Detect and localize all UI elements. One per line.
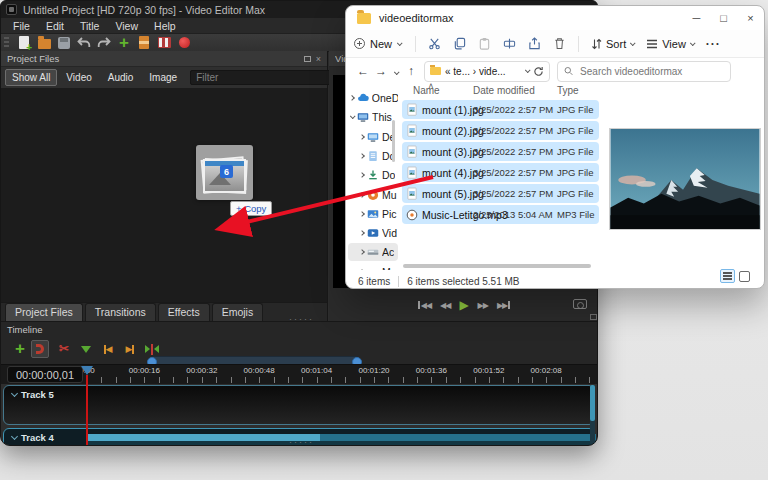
bottom-tab-emojis[interactable]: Emojis — [212, 303, 264, 321]
import-files-button[interactable]: + — [114, 35, 134, 51]
track5-chevron-icon[interactable] — [11, 390, 18, 397]
redo-button[interactable] — [94, 35, 114, 51]
thumbnail-view-toggle[interactable] — [739, 271, 750, 282]
menu-help[interactable]: Help — [146, 18, 184, 34]
file-row[interactable]: mount (4).jpg3/25/2022 2:57 PMJPG File — [402, 163, 599, 182]
bottom-tab-transitions[interactable]: Transitions — [85, 303, 156, 321]
file-row[interactable]: mount (2).jpg3/25/2022 2:57 PMJPG File — [402, 121, 599, 140]
more-options-button[interactable]: ··· — [706, 37, 721, 51]
fast-forward-button[interactable]: ▶▶ — [478, 301, 488, 310]
horizontal-scrollbar[interactable] — [403, 264, 591, 268]
sort-button[interactable]: Sort — [591, 38, 634, 50]
choose-profile-button[interactable] — [134, 35, 154, 51]
new-project-button[interactable] — [14, 35, 34, 51]
copy-button[interactable] — [447, 33, 472, 55]
toolbar-drag-handle[interactable] — [4, 37, 9, 49]
file-row[interactable]: mount (1).jpg3/25/2022 2:57 PMJPG File — [402, 100, 599, 119]
filter-input[interactable] — [190, 70, 334, 85]
expander-chevron-icon[interactable] — [359, 211, 365, 217]
timeline-vertical-scrollbar[interactable] — [590, 385, 595, 445]
menu-file[interactable]: File — [5, 18, 38, 34]
menu-edit[interactable]: Edit — [38, 18, 72, 34]
sidebar-item-mu[interactable]: Mu — [348, 186, 398, 204]
sidebar-scrollbar[interactable] — [392, 120, 395, 162]
recent-locations-button[interactable] — [390, 64, 402, 78]
capture-icon[interactable] — [573, 299, 587, 309]
track4-clip-body[interactable] — [86, 441, 596, 446]
track4-clip-segment[interactable] — [320, 434, 596, 441]
jump-start-button[interactable]: ◀◀ — [417, 301, 431, 310]
sidebar-item-pic[interactable]: Pic — [348, 205, 398, 223]
panel-splitter-handle[interactable]: ····· — [289, 316, 314, 322]
expander-chevron-icon[interactable] — [359, 230, 365, 236]
rename-button[interactable] — [497, 33, 522, 55]
cut-button[interactable] — [422, 33, 447, 55]
refresh-icon[interactable] — [533, 66, 544, 77]
search-input[interactable] — [578, 65, 724, 78]
view-button[interactable]: View — [646, 38, 694, 50]
paste-button[interactable] — [472, 33, 497, 55]
previous-marker-button[interactable]: ◀ — [97, 339, 119, 359]
filter-tab-audio[interactable]: Audio — [101, 69, 141, 86]
undo-button[interactable] — [74, 35, 94, 51]
filter-tab-video[interactable]: Video — [59, 69, 98, 86]
column-date-modified[interactable]: Date modified — [473, 85, 535, 96]
snapping-toggle-button[interactable] — [31, 340, 49, 358]
delete-button[interactable] — [547, 33, 572, 55]
save-project-button[interactable] — [54, 35, 74, 51]
export-video-button[interactable] — [154, 35, 174, 51]
details-view-toggle[interactable] — [720, 269, 735, 283]
sidebar-item-do[interactable]: Do — [348, 166, 398, 184]
bottom-tab-effects[interactable]: Effects — [158, 303, 210, 321]
rewind-button[interactable]: ◀◀ — [440, 301, 450, 310]
expander-chevron-icon[interactable] — [359, 269, 365, 270]
menu-view[interactable]: View — [107, 18, 146, 34]
panel-close-icon[interactable]: × — [316, 56, 321, 62]
column-name[interactable]: Name — [413, 85, 440, 96]
expander-chevron-icon[interactable] — [359, 250, 365, 256]
expander-chevron-icon[interactable] — [359, 192, 365, 198]
record-button[interactable] — [174, 35, 194, 51]
panel-float-icon[interactable] — [304, 56, 311, 62]
sidebar-item-do[interactable]: Do — [348, 147, 398, 165]
expander-chevron-icon[interactable] — [350, 114, 356, 120]
close-button[interactable]: × — [737, 6, 764, 30]
sidebar-item-my[interactable]: My — [348, 263, 398, 270]
open-project-button[interactable] — [34, 35, 54, 51]
sidebar-item-vid[interactable]: Vid — [348, 224, 398, 242]
next-marker-button[interactable]: ▶ — [119, 339, 141, 359]
expander-chevron-icon[interactable] — [359, 172, 365, 178]
breadcrumb[interactable]: « te... › vide... — [424, 61, 550, 82]
forward-button[interactable]: → — [372, 64, 390, 78]
bottom-tab-project-files[interactable]: Project Files — [5, 303, 83, 321]
filter-tab-show-all[interactable]: Show All — [5, 69, 57, 86]
sidebar-item-de[interactable]: De — [348, 128, 398, 146]
project-files-content[interactable] — [1, 88, 327, 302]
up-button[interactable]: ↑ — [402, 64, 420, 78]
expander-chevron-icon[interactable] — [359, 153, 365, 159]
share-button[interactable] — [522, 33, 547, 55]
search-box[interactable] — [557, 61, 731, 82]
track-lane-5[interactable]: Track 5 — [3, 385, 595, 425]
add-marker-button[interactable] — [75, 339, 97, 359]
jump-end-button[interactable]: ▶▶ — [497, 301, 511, 310]
explorer-titlebar[interactable]: videoeditormax ─ □ × — [346, 6, 764, 30]
sidebar-item-oned[interactable]: OneD — [348, 89, 398, 107]
filter-tab-image[interactable]: Image — [142, 69, 184, 86]
track4-clip-segment[interactable] — [86, 434, 320, 441]
play-button[interactable]: ▶ — [459, 298, 468, 312]
file-row[interactable]: mount (3).jpg3/25/2022 2:57 PMJPG File — [402, 142, 599, 161]
expander-chevron-icon[interactable] — [349, 95, 355, 101]
add-track-button[interactable]: + — [9, 339, 31, 359]
column-type[interactable]: Type — [557, 85, 579, 96]
file-row[interactable]: mount (5).jpg3/25/2022 2:57 PMJPG File — [402, 184, 599, 203]
sidebar-item-this[interactable]: This — [348, 108, 398, 126]
menu-title[interactable]: Title — [72, 18, 107, 34]
sidebar-item-ac[interactable]: Ac — [348, 243, 398, 261]
minimize-button[interactable]: ─ — [683, 6, 710, 30]
expander-chevron-icon[interactable] — [359, 134, 365, 140]
file-row[interactable]: Music-Letitgo.mp32/25/2013 5:04 AMMP3 Fi… — [402, 205, 599, 224]
new-button[interactable]: New — [354, 38, 401, 50]
track4-chevron-icon[interactable] — [11, 433, 18, 440]
razor-tool-button[interactable]: ✂ — [53, 339, 75, 359]
